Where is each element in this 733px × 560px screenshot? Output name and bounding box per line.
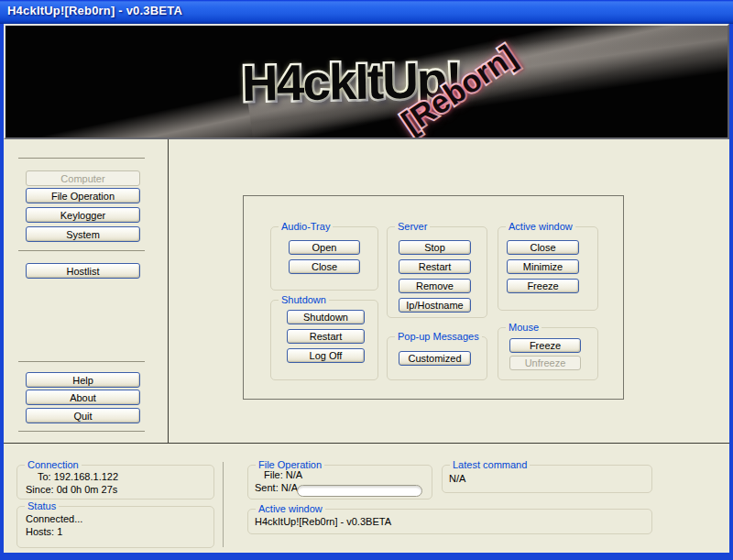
sidebar-divider [18, 431, 145, 432]
connection-to-value: To: 192.168.1.122 [38, 471, 118, 482]
connection-since-value: Since: 0d 0h 0m 27s [26, 484, 117, 495]
help-button[interactable]: Help [26, 372, 140, 388]
server-remove-button[interactable]: Remove [399, 279, 471, 293]
popup-messages-group-label: Pop-up Messages [395, 331, 482, 342]
statusbar-separator-line [4, 443, 729, 444]
latest-command-group-label: Latest command [450, 459, 530, 470]
file-operation-group: File Operation File: N/A Sent: N/A [247, 465, 432, 500]
server-stop-button[interactable]: Stop [399, 240, 471, 255]
sidebar-separator-line [168, 139, 169, 443]
status-connected-value: Connected... [26, 513, 82, 524]
system-button[interactable]: System [26, 226, 140, 242]
active-window-minimize-button[interactable]: Minimize [507, 259, 579, 274]
sidebar-divider [18, 158, 145, 159]
file-operation-file-value: File: N/A [264, 469, 302, 480]
server-group-label: Server [395, 221, 430, 232]
statusbar-column-divider [223, 462, 224, 547]
file-operation-sent-value: Sent: N/A [255, 482, 298, 493]
status-group: Status Connected... Hosts: 1 [16, 506, 214, 548]
app-window: H4ckItUp![Reb0rn] - v0.3BETA H4ckItUp! [… [0, 0, 733, 560]
latest-command-value: N/A [449, 473, 465, 484]
audio-tray-open-button[interactable]: Open [289, 240, 360, 255]
mouse-group-label: Mouse [506, 322, 542, 333]
file-transfer-progress-bar [297, 485, 422, 497]
quit-button[interactable]: Quit [26, 408, 140, 423]
active-window-status-group: Active window H4ckItUp![Reb0rn] - v0.3BE… [247, 509, 652, 534]
shutdown-group-label: Shutdown [279, 294, 329, 305]
active-window-freeze-button[interactable]: Freeze [507, 279, 579, 293]
computer-button: Computer [26, 170, 140, 186]
audio-tray-close-button[interactable]: Close [289, 259, 360, 274]
active-window-status-group-label: Active window [256, 503, 325, 514]
shutdown-shutdown-button[interactable]: Shutdown [287, 310, 365, 324]
server-restart-button[interactable]: Restart [399, 259, 471, 274]
file-operation-button[interactable]: File Operation [26, 188, 140, 203]
connection-group-label: Connection [25, 459, 82, 470]
keylogger-button[interactable]: Keylogger [26, 207, 140, 223]
popup-customized-button[interactable]: Customized [399, 351, 471, 366]
window-title: H4ckItUp![Reb0rn] - v0.3BETA [7, 4, 182, 17]
mouse-freeze-button[interactable]: Freeze [509, 338, 581, 353]
content-area: Computer File Operation Keylogger System… [4, 139, 729, 553]
sidebar-divider [18, 250, 145, 251]
hostlist-button[interactable]: Hostlist [26, 263, 140, 279]
active-window-status-value: H4ckItUp![Reb0rn] - v0.3BETA [255, 516, 391, 527]
audio-tray-group-label: Audio-Tray [279, 221, 333, 232]
shutdown-logoff-button[interactable]: Log Off [287, 348, 365, 363]
latest-command-group: Latest command N/A [442, 465, 652, 493]
mouse-group: Mouse [498, 327, 598, 380]
status-group-label: Status [25, 500, 59, 511]
server-iphostname-button[interactable]: Ip/Hostname [399, 298, 471, 313]
title-bar[interactable]: H4ckItUp![Reb0rn] - v0.3BETA [0, 0, 733, 24]
active-window-group-label: Active window [506, 221, 575, 232]
banner: H4ckItUp! [Reborn] [4, 24, 729, 139]
active-window-close-button[interactable]: Close [507, 240, 579, 255]
status-hosts-value: Hosts: 1 [26, 526, 62, 537]
shutdown-restart-button[interactable]: Restart [287, 329, 365, 344]
mouse-unfreeze-button: Unfreeze [509, 356, 581, 370]
audio-tray-group: Audio-Tray [270, 226, 378, 291]
connection-group: Connection To: 192.168.1.122 Since: 0d 0… [16, 465, 214, 500]
about-button[interactable]: About [26, 390, 140, 405]
sidebar-divider [18, 361, 145, 362]
